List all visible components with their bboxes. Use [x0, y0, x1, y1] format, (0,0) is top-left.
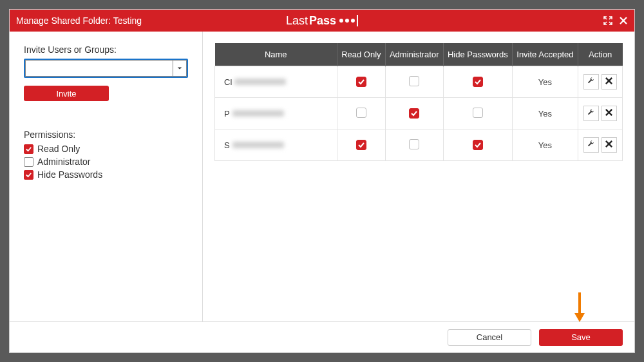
- col-hide-passwords: Hide Passwords: [443, 43, 512, 66]
- name-cell: Cl: [224, 77, 332, 87]
- col-name: Name: [215, 43, 337, 66]
- permission-row-administrator: Administrator: [24, 157, 188, 167]
- users-table: Name Read Only Administrator Hide Passwo…: [214, 43, 623, 161]
- table-body: ClYesPYesSYes: [215, 66, 623, 161]
- cancel-button[interactable]: Cancel: [448, 329, 531, 346]
- chevron-down-icon: [177, 66, 182, 71]
- dialog-body: Invite Users or Groups: Invite Permissio…: [10, 32, 634, 321]
- close-icon[interactable]: [619, 16, 628, 25]
- x-icon: [605, 77, 613, 87]
- wrench-icon: [587, 77, 595, 87]
- logo-cursor-icon: [357, 15, 358, 26]
- edit-button[interactable]: [583, 74, 599, 90]
- action-cell: [583, 106, 617, 121]
- remove-button[interactable]: [601, 74, 617, 90]
- administrator-checkbox[interactable]: [24, 157, 33, 167]
- name-redacted: [232, 110, 284, 117]
- read-only-checkbox[interactable]: [356, 77, 366, 87]
- dialog-title: Manage Shared Folder: Testing: [16, 15, 142, 26]
- name-redacted: [234, 79, 286, 85]
- invite-accepted-cell: Yes: [513, 66, 578, 98]
- name-redacted: [232, 142, 284, 148]
- hide-passwords-checkbox[interactable]: [473, 108, 483, 118]
- name-prefix: S: [224, 140, 230, 150]
- remove-button[interactable]: [601, 137, 617, 153]
- col-action: Action: [578, 43, 622, 66]
- name-prefix: Cl: [224, 77, 232, 87]
- hide-passwords-checkbox[interactable]: [473, 140, 483, 150]
- administrator-checkbox[interactable]: [409, 139, 419, 149]
- read-only-checkbox[interactable]: [356, 140, 366, 150]
- save-button[interactable]: Save: [539, 329, 623, 346]
- x-icon: [605, 140, 613, 150]
- sidebar: Invite Users or Groups: Invite Permissio…: [10, 32, 203, 321]
- col-administrator: Administrator: [385, 43, 443, 66]
- table-row: SYes: [215, 129, 623, 161]
- x-icon: [605, 108, 613, 119]
- manage-shared-folder-dialog: Manage Shared Folder: Testing LastPass I…: [9, 9, 635, 353]
- hide-passwords-checkbox[interactable]: [473, 77, 483, 87]
- col-read-only: Read Only: [337, 43, 386, 66]
- wrench-icon: [587, 108, 595, 119]
- invite-label: Invite Users or Groups:: [24, 44, 188, 55]
- action-cell: [583, 137, 617, 153]
- read-only-checkbox[interactable]: [356, 108, 366, 118]
- permission-row-hide-passwords: Hide Passwords: [24, 169, 188, 180]
- invite-input[interactable]: [25, 60, 173, 77]
- col-invite-accepted: Invite Accepted: [513, 43, 578, 66]
- invite-dropdown-button[interactable]: [173, 60, 187, 77]
- permission-label: Administrator: [37, 157, 90, 167]
- permission-row-read-only: Read Only: [24, 144, 188, 154]
- invite-accepted-cell: Yes: [513, 129, 578, 161]
- main-content: Name Read Only Administrator Hide Passwo…: [203, 32, 634, 321]
- read-only-checkbox[interactable]: [24, 144, 33, 154]
- expand-icon[interactable]: [603, 16, 612, 25]
- invite-accepted-cell: Yes: [513, 98, 578, 129]
- administrator-checkbox[interactable]: [409, 76, 419, 86]
- permission-label: Hide Passwords: [37, 169, 102, 180]
- name-cell: P: [224, 109, 332, 119]
- hide-passwords-checkbox[interactable]: [24, 170, 33, 180]
- edit-button[interactable]: [583, 106, 599, 121]
- remove-button[interactable]: [601, 106, 617, 121]
- header-controls: [603, 16, 628, 25]
- logo-dots-icon: [339, 19, 355, 23]
- invite-button[interactable]: Invite: [24, 86, 109, 101]
- edit-button[interactable]: [583, 137, 599, 153]
- dialog-footer: Cancel Save: [10, 321, 634, 352]
- wrench-icon: [587, 140, 595, 150]
- invite-combobox: [24, 59, 188, 78]
- permission-label: Read Only: [37, 144, 80, 154]
- name-cell: S: [224, 140, 332, 150]
- table-header: Name Read Only Administrator Hide Passwo…: [215, 43, 623, 66]
- table-row: ClYes: [215, 66, 623, 98]
- name-prefix: P: [224, 109, 230, 119]
- administrator-checkbox[interactable]: [409, 108, 419, 119]
- lastpass-logo: LastPass: [286, 14, 358, 28]
- table-row: PYes: [215, 98, 623, 129]
- permissions-heading: Permissions:: [24, 129, 188, 140]
- dialog-header: Manage Shared Folder: Testing LastPass: [10, 10, 634, 32]
- action-cell: [583, 74, 617, 90]
